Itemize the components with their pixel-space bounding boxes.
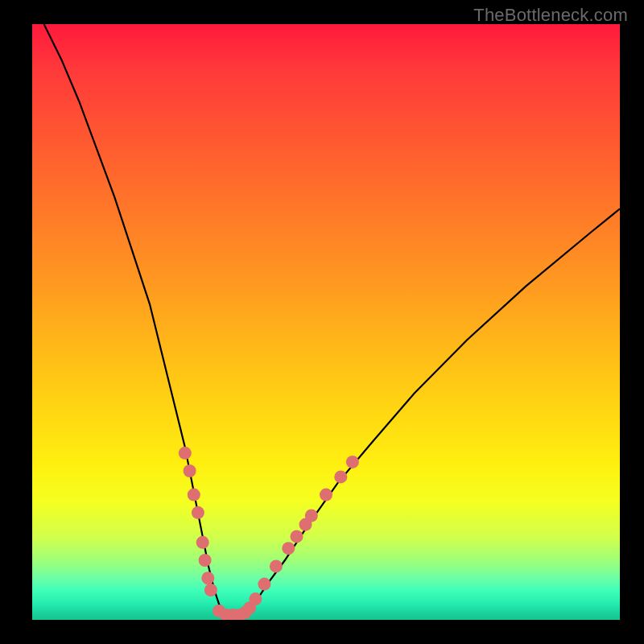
data-marker [199, 554, 212, 567]
data-marker [346, 456, 359, 469]
data-marker [196, 536, 209, 549]
data-marker [305, 510, 318, 522]
data-marker [282, 542, 295, 555]
data-marker [258, 578, 270, 591]
plot-area [32, 24, 620, 620]
data-marker [188, 489, 200, 502]
data-marker [201, 572, 214, 584]
data-marker [192, 506, 204, 519]
chart-svg [32, 24, 620, 620]
data-marker [291, 530, 303, 543]
data-marker [184, 464, 196, 477]
curve-markers [179, 447, 359, 620]
bottleneck-curve [44, 24, 620, 614]
data-marker [320, 489, 332, 502]
data-marker [204, 584, 217, 597]
watermark-text: TheBottleneck.com [473, 5, 628, 26]
chart-canvas: TheBottleneck.com [0, 0, 644, 644]
data-marker [334, 470, 347, 483]
data-marker [179, 447, 192, 460]
data-marker [270, 559, 283, 572]
data-marker [249, 592, 262, 605]
